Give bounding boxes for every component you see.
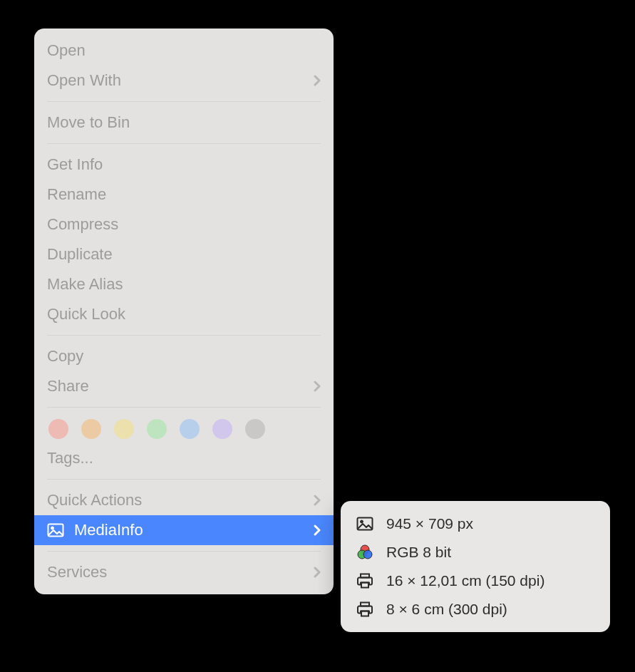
info-value: 8 × 6 cm (300 dpi) [386,601,596,618]
tag-dot-gray[interactable] [245,419,265,439]
menu-label: Services [47,563,311,581]
image-icon [47,522,64,539]
menu-label: Copy [47,347,321,366]
menu-item-duplicate[interactable]: Duplicate [34,239,334,269]
tag-dot-green[interactable] [147,419,167,439]
svg-point-3 [361,520,363,523]
menu-item-open-with[interactable]: Open With [34,66,334,95]
menu-label: Quick Actions [47,491,311,510]
menu-label: Get Info [47,155,321,174]
menu-label: Tags... [47,449,321,467]
svg-rect-10 [361,611,368,616]
svg-rect-0 [48,524,63,537]
menu-label: MediaInfo [74,521,311,539]
chevron-right-icon [311,565,321,579]
menu-item-get-info[interactable]: Get Info [34,150,334,180]
rgb-icon [355,544,375,561]
divider [47,551,321,552]
printer-icon [355,601,375,618]
svg-point-1 [51,527,54,529]
menu-item-tags[interactable]: Tags... [34,443,334,473]
chevron-right-icon [311,493,321,507]
tag-dot-purple[interactable] [212,419,232,439]
menu-label: Share [47,377,311,396]
menu-item-compress[interactable]: Compress [34,210,334,239]
tag-dot-orange[interactable] [81,419,101,439]
tag-color-row [34,413,334,443]
info-row-print-150[interactable]: 16 × 12,01 cm (150 dpi) [341,567,610,595]
menu-label: Duplicate [47,245,321,264]
info-row-resolution[interactable]: 945 × 709 px [341,510,610,538]
menu-item-copy[interactable]: Copy [34,341,334,371]
menu-item-move-to-bin[interactable]: Move to Bin [34,108,334,138]
divider [47,101,321,102]
menu-item-open[interactable]: Open [34,36,334,66]
chevron-right-icon [311,379,321,393]
divider [47,479,321,480]
info-value: 945 × 709 px [386,515,596,532]
image-icon [355,515,375,532]
menu-item-mediainfo[interactable]: MediaInfo [34,515,334,545]
menu-item-make-alias[interactable]: Make Alias [34,269,334,299]
menu-item-quick-actions[interactable]: Quick Actions [34,485,334,515]
svg-rect-2 [358,518,373,530]
context-menu: Open Open With Move to Bin Get Info Rena… [34,29,334,594]
menu-label: Rename [47,185,321,204]
info-value: RGB 8 bit [386,544,596,561]
menu-label: Make Alias [47,275,321,294]
divider [47,335,321,336]
menu-item-share[interactable]: Share [34,371,334,401]
info-value: 16 × 12,01 cm (150 dpi) [386,572,596,589]
svg-rect-8 [361,583,368,588]
chevron-right-icon [311,523,321,537]
tag-dot-blue[interactable] [180,419,200,439]
tag-dot-yellow[interactable] [114,419,134,439]
divider [47,143,321,144]
printer-icon [355,572,375,589]
menu-label: Move to Bin [47,113,321,132]
menu-label: Open [47,41,321,60]
info-row-print-300[interactable]: 8 × 6 cm (300 dpi) [341,595,610,624]
menu-label: Open With [47,71,311,90]
menu-label: Quick Look [47,305,321,324]
svg-point-6 [363,550,372,559]
menu-label: Compress [47,215,321,234]
menu-item-services[interactable]: Services [34,557,334,587]
mediainfo-submenu: 945 × 709 px RGB 8 bit 16 × 12,01 cm (15… [341,501,610,632]
menu-item-quick-look[interactable]: Quick Look [34,299,334,329]
divider [47,407,321,408]
menu-item-rename[interactable]: Rename [34,180,334,210]
chevron-right-icon [311,73,321,88]
tag-dot-red[interactable] [48,419,68,439]
info-row-color[interactable]: RGB 8 bit [341,538,610,567]
